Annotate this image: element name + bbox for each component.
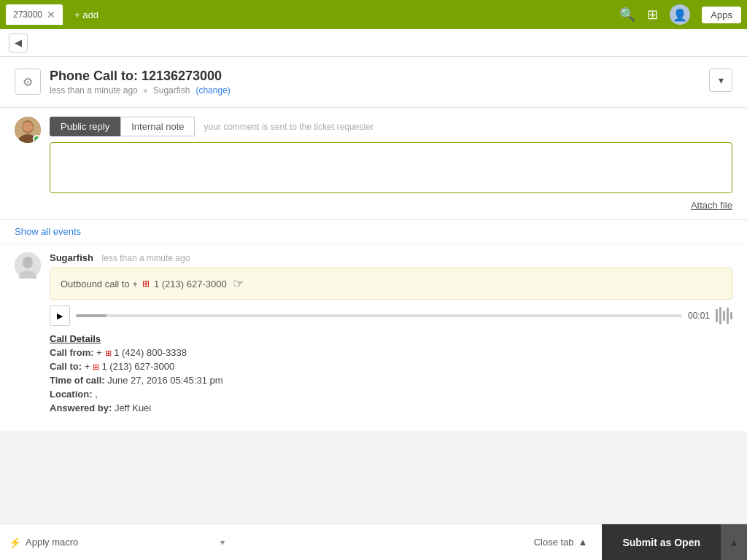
submit-label: Submit as Open: [622, 537, 700, 548]
audio-duration: 00:01: [688, 311, 710, 321]
apps-button[interactable]: Apps: [702, 7, 741, 23]
audio-player: ▶ 00:01: [50, 306, 732, 326]
tab-close-icon[interactable]: ✕: [47, 9, 55, 20]
reply-section: Public reply Internal note your comment …: [0, 108, 747, 220]
call-answered-row: Answered by: Jeff Kuei: [50, 402, 732, 413]
call-to-label: Call to:: [50, 361, 82, 372]
tab-label: 273000: [13, 9, 42, 20]
ticket-header-section: ⚙ Phone Call to: 12136273000 less than a…: [0, 57, 747, 108]
add-button[interactable]: + add: [69, 7, 104, 23]
wave-bar-3: [723, 311, 725, 321]
activity-item: Sugarfish less than a minute ago Outboun…: [15, 252, 732, 413]
ticket-meta: less than a minute ago Sugarfish (change…: [50, 85, 700, 96]
bottom-bar: ⚡ Apply macro ▾ Close tab ▲ Submit as Op…: [0, 524, 747, 560]
secondary-bar: ◀: [0, 29, 747, 57]
search-icon[interactable]: 🔍: [619, 7, 635, 23]
activity-body: Sugarfish less than a minute ago Outboun…: [50, 252, 732, 413]
call-location-label: Location:: [50, 389, 93, 400]
reply-tabs: Public reply Internal note your comment …: [50, 117, 732, 136]
audio-progress-fill: [76, 314, 107, 317]
call-answered-val: Jeff Kuei: [115, 402, 151, 413]
activity-user-avatar: [15, 252, 41, 279]
public-reply-tab[interactable]: Public reply: [50, 117, 120, 136]
call-time-row: Time of call: June 27, 2016 05:45:31 pm: [50, 375, 732, 386]
call-details-title[interactable]: Call Details: [50, 333, 732, 344]
call-number: 1 (213) 627-3000: [154, 279, 227, 289]
call-text: Outbound call to +: [61, 279, 138, 289]
call-to-number: 1 (213) 627-3000: [102, 361, 175, 372]
call-to-icon: + ⊞: [85, 361, 102, 372]
cursor-icon: ☞: [233, 276, 244, 292]
wave-bar-5: [730, 312, 732, 319]
activity-section: Sugarfish less than a minute ago Outboun…: [0, 244, 747, 431]
back-button[interactable]: ◀: [9, 34, 28, 52]
call-bubble: Outbound call to + ⊞ 1 (213) 627-3000 ☞: [50, 268, 732, 300]
macro-label: Apply macro: [26, 537, 216, 548]
grid-icon[interactable]: ⊞: [647, 7, 658, 23]
call-from-number: 1 (424) 800-3338: [114, 347, 187, 358]
submit-dropdown-button[interactable]: ▲: [721, 524, 747, 561]
ticket-info: Phone Call to: 12136273000 less than a m…: [50, 69, 700, 96]
macro-section: ⚡ Apply macro ▾: [0, 537, 233, 548]
show-all-events-link[interactable]: Show all events: [15, 226, 81, 237]
call-time-val: June 27, 2016 05:45:31 pm: [107, 375, 222, 386]
user-avatar-top[interactable]: 👤: [670, 4, 690, 25]
lightning-icon: ⚡: [9, 537, 21, 548]
play-button[interactable]: ▶: [50, 306, 70, 326]
svg-point-5: [23, 257, 33, 268]
call-answered-label: Answered by:: [50, 402, 112, 413]
change-link[interactable]: (change): [196, 85, 230, 96]
call-from-label: Call from:: [50, 347, 94, 358]
ticket-title: Phone Call to: 12136273000: [50, 69, 700, 84]
macro-dropdown-icon[interactable]: ▾: [220, 537, 225, 548]
activity-user-name: Sugarfish: [50, 252, 93, 263]
top-bar: 273000 ✕ + add 🔍 ⊞ 👤 Apps: [0, 0, 747, 29]
call-from-icon: + ⊞: [96, 347, 114, 358]
events-bar: Show all events: [0, 220, 747, 244]
reply-hint: your comment is sent to the ticket reque…: [204, 122, 374, 132]
ticket-tab[interactable]: 273000 ✕: [6, 4, 63, 25]
call-time-label: Time of call:: [50, 375, 105, 386]
online-indicator: [33, 135, 41, 143]
reply-body: Public reply Internal note your comment …: [50, 117, 732, 211]
top-right-actions: 🔍 ⊞ 👤 Apps: [619, 4, 741, 25]
wave-bar-1: [716, 309, 718, 322]
close-tab-button[interactable]: Close tab ▲: [519, 524, 603, 561]
meta-separator: [144, 89, 147, 93]
settings-icon[interactable]: ⚙: [15, 69, 41, 95]
audio-progress-bar[interactable]: [76, 314, 682, 317]
user-avatar: [15, 117, 41, 143]
wave-bar-4: [727, 308, 729, 324]
ticket-time: less than a minute ago: [50, 85, 138, 96]
activity-header: Sugarfish less than a minute ago: [50, 252, 732, 263]
waveform: [716, 306, 732, 326]
ticket-brand: Sugarfish: [153, 85, 190, 96]
submit-button[interactable]: Submit as Open: [602, 524, 721, 561]
call-details: Call Details Call from: + ⊞ 1 (424) 800-…: [50, 333, 732, 413]
ticket-dropdown-button[interactable]: ▾: [709, 69, 732, 92]
internal-note-tab[interactable]: Internal note: [120, 117, 195, 136]
call-location-row: Location: ,: [50, 389, 732, 400]
call-from-row: Call from: + ⊞ 1 (424) 800-3338: [50, 347, 732, 358]
reply-textarea[interactable]: [50, 142, 732, 193]
svg-point-3: [23, 122, 33, 132]
phone-grid-icon: ⊞: [142, 279, 150, 289]
call-location-value: ,: [95, 389, 98, 400]
close-tab-arrow-icon: ▲: [578, 537, 588, 548]
call-to-row: Call to: + ⊞ 1 (213) 627-3000: [50, 361, 732, 372]
wave-bar-2: [719, 307, 721, 324]
activity-time: less than a minute ago: [102, 253, 190, 263]
attach-file-link[interactable]: Attach file: [691, 200, 732, 211]
